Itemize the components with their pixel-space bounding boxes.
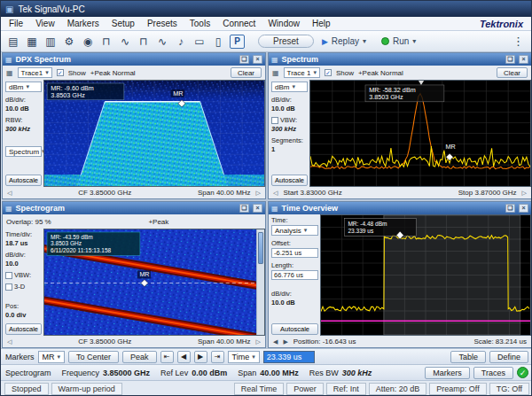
pos-value[interactable]: 0.0 div: [5, 311, 42, 319]
time-overview-panel-header[interactable]: ▦ Time Overview ❏ ×: [269, 202, 531, 214]
menu-view[interactable]: View: [29, 19, 61, 28]
panel-close-icon[interactable]: ×: [519, 55, 528, 64]
audio-icon[interactable]: ♪: [172, 33, 190, 50]
define-button[interactable]: Define: [489, 351, 528, 363]
menu-tools[interactable]: Tools: [184, 19, 216, 28]
next-peak-icon[interactable]: ▶: [194, 351, 207, 363]
peak-left-icon[interactable]: ⇤: [160, 351, 174, 363]
scroll-left-icon[interactable]: ◀: [273, 338, 278, 346]
dpx-panel-header[interactable]: ▦ DPX Spectrum ❏ ×: [3, 53, 265, 66]
scroll-left-icon[interactable]: ◁: [273, 190, 278, 197]
marker-position-field[interactable]: [263, 351, 315, 363]
panel-restore-icon[interactable]: ❏: [239, 204, 249, 213]
segments-value[interactable]: 1: [271, 145, 308, 153]
scroll-right-icon[interactable]: ▶: [283, 338, 287, 346]
spectrogram-detector-label[interactable]: +Peak: [148, 218, 168, 226]
spectrum-clear-button[interactable]: Clear: [497, 67, 528, 78]
pulse-icon[interactable]: ⊓: [98, 33, 115, 50]
prev-peak-icon[interactable]: ◀: [177, 351, 191, 363]
menu-markers[interactable]: Markers: [61, 19, 106, 28]
spectrum-detector-label[interactable]: +Peak Normal: [358, 69, 403, 77]
dpx-cf-readout[interactable]: CF 3.85000 GHz: [78, 189, 131, 197]
resbw-value[interactable]: 300 kHz: [342, 369, 372, 377]
vbw-checkbox[interactable]: ✓: [5, 272, 12, 279]
settings-icon[interactable]: ⚙: [60, 33, 78, 50]
spectrum-panel-header[interactable]: ▦ Spectrum ❏ ×: [269, 53, 531, 66]
spectrum-show-checkbox[interactable]: ✓: [325, 69, 332, 76]
panel-close-icon[interactable]: ×: [253, 55, 262, 64]
panel-close-icon[interactable]: ×: [519, 204, 528, 213]
pulse2-icon[interactable]: ⊓: [135, 33, 153, 50]
span-value[interactable]: 40.00 MHz: [260, 369, 299, 377]
offset-field[interactable]: -6.251 us: [271, 248, 318, 258]
menu-help[interactable]: Help: [306, 19, 337, 28]
dpx-detector-label[interactable]: +Peak Normal: [90, 69, 136, 77]
time-select[interactable]: Analysis▾: [271, 225, 318, 236]
table-button[interactable]: Table: [450, 351, 486, 363]
waveform2-icon[interactable]: ∿: [153, 33, 171, 50]
timediv-value[interactable]: 18.7 us: [5, 239, 42, 247]
scrollbar-thumb[interactable]: [258, 232, 263, 264]
vbw-checkbox[interactable]: ✓: [271, 117, 278, 124]
title-bar[interactable]: ▣ Tek SignalVu-PC: [1, 1, 531, 17]
replay-dropdown[interactable]: ▶ Replay ▾: [315, 33, 373, 50]
menu-setup[interactable]: Setup: [106, 19, 141, 28]
markers-button[interactable]: Markers: [425, 367, 470, 379]
menu-connect[interactable]: Connect: [216, 19, 262, 28]
spectrogram-cf-readout[interactable]: CF 3.85000 GHz: [78, 338, 131, 346]
overflow-menu-icon[interactable]: ⋮: [509, 35, 528, 48]
to-center-button[interactable]: To Center: [68, 351, 119, 363]
open-file-icon[interactable]: ▤: [4, 33, 22, 50]
spectrogram-display[interactable]: MR: -43.59 dBm 3.8503 GHz 6/11/2020 11:1…: [43, 229, 265, 336]
panel-restore-icon[interactable]: ❏: [505, 55, 515, 64]
spectrum-trace-select[interactable]: Trace 1▾: [284, 67, 320, 78]
dbdiv-value[interactable]: 10.0 dB: [271, 105, 308, 113]
display2-icon[interactable]: ▯: [209, 33, 227, 50]
reflev-value[interactable]: 0.00 dBm: [192, 369, 227, 377]
dbdiv-value[interactable]: 10.0 dB: [271, 299, 318, 307]
dbdiv-value[interactable]: 10.0: [5, 260, 42, 268]
peak-button[interactable]: Peak: [122, 351, 157, 363]
p-badge-icon[interactable]: P: [230, 35, 245, 49]
spectrogram-scrollbar[interactable]: [256, 229, 264, 335]
spectrum-stop-readout[interactable]: Stop 3.87000 GHz: [458, 189, 517, 197]
marker-select[interactable]: MR▾: [38, 351, 66, 363]
save-icon[interactable]: ▦: [23, 33, 41, 50]
rbw-value[interactable]: 300 kHz: [5, 125, 42, 133]
waveform-icon[interactable]: ∿: [116, 33, 134, 50]
dpx-clear-button[interactable]: Clear: [231, 67, 262, 78]
dpx-units-select[interactable]: dBm▾: [5, 82, 42, 92]
preset-button[interactable]: Preset: [258, 35, 314, 48]
spectrum-start-readout[interactable]: Start 3.83000 GHz: [283, 189, 341, 197]
panel-restore-icon[interactable]: ❏: [239, 55, 249, 64]
spectrogram-span-readout[interactable]: Span 40.00 MHz: [198, 338, 251, 346]
overlap-label[interactable]: Overlap: 95 %: [6, 218, 51, 226]
menu-file[interactable]: File: [3, 19, 29, 28]
dpx-span-readout[interactable]: Span 40.00 MHz: [198, 189, 251, 197]
run-dropdown[interactable]: Run ▾: [374, 33, 423, 50]
dpx-trace-select[interactable]: Trace1▾: [18, 67, 52, 78]
scroll-right-icon[interactable]: ▷: [522, 190, 527, 197]
time-overview-autoscale-button[interactable]: Autoscale: [271, 323, 318, 335]
peak-right-icon[interactable]: ⇥: [211, 351, 224, 363]
menu-window[interactable]: Window: [262, 19, 306, 28]
scale-readout[interactable]: Scale: 83.214 us: [473, 338, 527, 346]
panel-close-icon[interactable]: ×: [253, 204, 262, 213]
dpx-display[interactable]: MR: -9.60 dBm 3.8503 GHz MR: [43, 80, 265, 187]
time-overview-display[interactable]: MR: -4.48 dBm 23.339 us: [320, 214, 531, 336]
marker-axis-select[interactable]: Time▾: [228, 351, 260, 363]
spectrum-autoscale-button[interactable]: Autoscale: [271, 175, 308, 186]
length-field[interactable]: 66.776 us: [271, 270, 318, 280]
print-icon[interactable]: ▥: [42, 33, 59, 50]
dpx-view-select[interactable]: Spectrum▾: [5, 146, 42, 157]
scroll-left-icon[interactable]: ◁: [7, 190, 12, 197]
panel-restore-icon[interactable]: ❏: [505, 204, 515, 213]
position-readout[interactable]: Position: -16.643 us: [293, 338, 356, 346]
scroll-right-icon[interactable]: ▷: [256, 338, 261, 346]
menu-presets[interactable]: Presets: [141, 19, 184, 28]
scroll-left-icon[interactable]: ◁: [7, 338, 12, 346]
traces-button[interactable]: Traces: [473, 367, 513, 379]
vbw-value[interactable]: 300 kHz: [271, 125, 308, 133]
spectrum-display[interactable]: MR: -58.32 dBm 3.8503 GHz MR: [309, 80, 531, 187]
acquisition-icon[interactable]: ◉: [79, 33, 97, 50]
